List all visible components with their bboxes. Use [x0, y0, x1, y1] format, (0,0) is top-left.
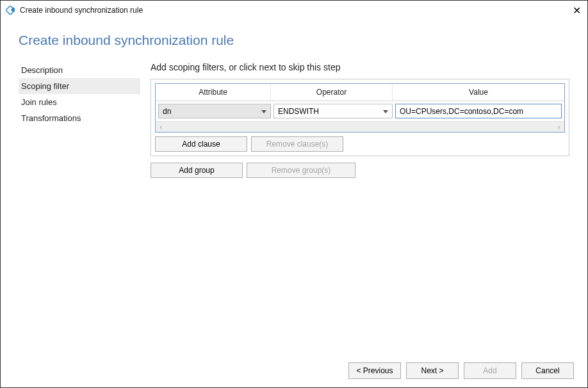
operator-value: ENDSWITH	[278, 107, 319, 116]
grid-header: Attribute Operator Value	[156, 84, 564, 101]
group-scrollbar[interactable]: ‹ ›	[156, 121, 564, 132]
remove-clause-button[interactable]: Remove clause(s)	[251, 136, 343, 152]
clause-row: dn ENDSWITH	[156, 101, 564, 121]
add-group-button[interactable]: Add group	[151, 163, 243, 178]
window-body: Create inbound synchronization rule Desc…	[1, 20, 587, 353]
instruction-text: Add scoping filters, or click next to sk…	[151, 62, 569, 72]
nav-item-description[interactable]: Description	[19, 62, 140, 78]
close-icon[interactable]: ✕	[573, 4, 581, 17]
col-header-value: Value	[393, 84, 564, 101]
scoping-group: Attribute Operator Value dn ENDSWITH ‹ ›	[155, 83, 565, 133]
col-header-attribute: Attribute	[156, 84, 271, 101]
window-title: Create inbound synchronization rule	[20, 6, 143, 15]
previous-button[interactable]: < Previous	[348, 362, 401, 379]
scroll-left-icon[interactable]: ‹	[156, 122, 167, 133]
next-button[interactable]: Next >	[406, 362, 459, 379]
scroll-right-icon[interactable]: ›	[553, 122, 564, 133]
app-icon	[6, 6, 15, 15]
nav-item-join-rules[interactable]: Join rules	[19, 94, 140, 110]
scoping-panel: Attribute Operator Value dn ENDSWITH ‹ ›	[151, 79, 569, 156]
add-button[interactable]: Add	[464, 362, 516, 379]
attribute-value: dn	[163, 107, 171, 116]
cancel-button[interactable]: Cancel	[521, 362, 574, 379]
attribute-dropdown[interactable]: dn	[158, 104, 271, 118]
remove-group-button[interactable]: Remove group(s)	[247, 163, 355, 178]
col-header-operator: Operator	[271, 84, 393, 101]
nav-item-transformations[interactable]: Transformations	[19, 110, 140, 126]
add-clause-button[interactable]: Add clause	[155, 136, 247, 152]
group-buttons: Add group Remove group(s)	[151, 163, 569, 178]
nav-steps: Description Scoping filter Join rules Tr…	[19, 62, 140, 178]
page-title: Create inbound synchronization rule	[19, 33, 569, 48]
main-panel: Add scoping filters, or click next to sk…	[140, 62, 569, 178]
footer: < Previous Next > Add Cancel	[0, 353, 588, 388]
nav-item-scoping-filter[interactable]: Scoping filter	[19, 78, 140, 94]
clause-buttons: Add clause Remove clause(s)	[155, 136, 565, 152]
titlebar: Create inbound synchronization rule ✕	[1, 1, 587, 20]
operator-dropdown[interactable]: ENDSWITH	[274, 104, 393, 118]
value-input[interactable]	[395, 104, 562, 118]
